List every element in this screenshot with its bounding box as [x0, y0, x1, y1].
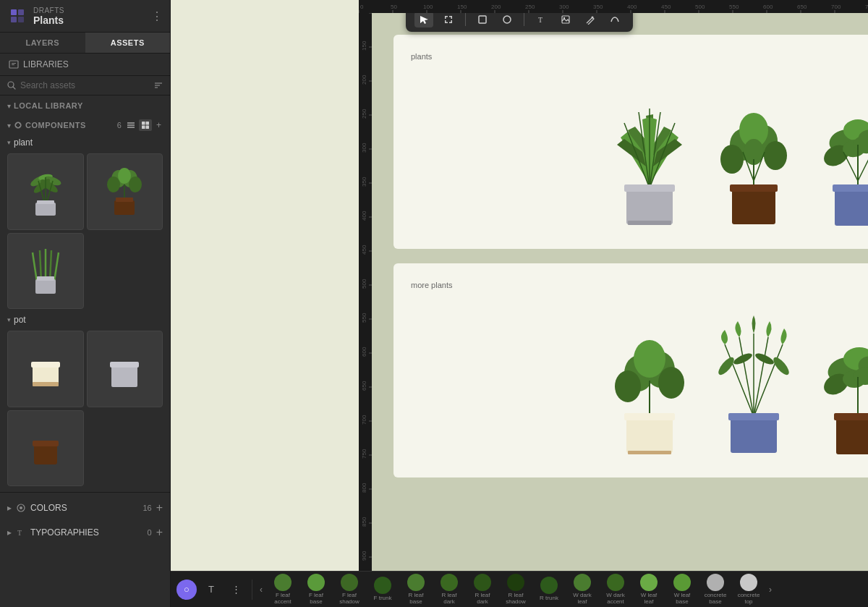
- typographies-count: 0: [148, 528, 152, 537]
- components-chevron[interactable]: ▾: [7, 122, 11, 130]
- plant-item-oval-brown[interactable]: [814, 301, 868, 460]
- rect-tool-btn[interactable]: [473, 12, 492, 27]
- colors-section-row[interactable]: ▸ COLORS 16 +: [0, 496, 170, 520]
- select-tool-btn[interactable]: [414, 12, 433, 27]
- plants-frame: plants: [393, 35, 868, 249]
- color-chip-f-leaf-shadow[interactable]: F leafshadow: [333, 574, 365, 606]
- add-typography-btn[interactable]: +: [156, 526, 163, 539]
- svg-text:0: 0: [360, 4, 364, 10]
- more-plants-frame-title: more plants: [411, 281, 868, 289]
- color-chip-r-trunk[interactable]: R trunk: [533, 577, 565, 602]
- text-tool-btn[interactable]: T: [532, 12, 550, 27]
- svg-rect-45: [37, 276, 54, 281]
- canvas-viewport[interactable]: plants: [372, 13, 868, 571]
- svg-text:600: 600: [763, 4, 773, 10]
- svg-rect-2: [11, 17, 17, 22]
- color-chip-w-leaf-base[interactable]: W leafbase: [666, 574, 698, 606]
- color-chip-f-leaf-base[interactable]: F leafbase: [300, 574, 332, 606]
- toolbar-divider-1: [465, 13, 466, 26]
- add-component-btn[interactable]: +: [155, 119, 163, 132]
- svg-rect-52: [33, 441, 59, 446]
- svg-point-66: [503, 16, 511, 23]
- frame-tool-btn[interactable]: [439, 12, 458, 27]
- list-view-btn[interactable]: [124, 119, 137, 131]
- svg-rect-175: [835, 188, 868, 226]
- svg-point-70: [592, 17, 594, 19]
- color-chip-concrete-top[interactable]: concretetop: [733, 574, 765, 606]
- typographies-section-row[interactable]: ▸ T TYPOGRAPHIES 0 +: [0, 520, 170, 545]
- pot-component-brown[interactable]: [7, 410, 84, 487]
- color-chip-r-leaf-shadow[interactable]: R leafshadow: [500, 574, 532, 606]
- vertical-ruler: 150 200 250 300 350 400 450 500 550 600: [359, 13, 372, 571]
- grid-view-btn[interactable]: [139, 119, 152, 131]
- color-chip-w-leaf-leaf[interactable]: W leafleaf: [633, 574, 665, 606]
- svg-text:500: 500: [361, 279, 367, 289]
- components-count: 6: [117, 121, 122, 130]
- svg-rect-15: [127, 124, 135, 126]
- local-library-chevron[interactable]: ▾: [7, 102, 11, 110]
- color-chip-r-leaf-dark[interactable]: R leafdark: [433, 574, 465, 606]
- svg-line-202: [739, 337, 754, 417]
- svg-rect-51: [34, 444, 57, 464]
- plant-item-round-brown[interactable]: [710, 72, 797, 232]
- plant-component-2[interactable]: [87, 153, 163, 230]
- color-chip-w-dark-accent[interactable]: W darkaccent: [600, 574, 631, 606]
- bottom-tools: ○ T ⋮: [176, 580, 252, 600]
- colors-count: 16: [142, 504, 151, 512]
- color-chip-f-trunk[interactable]: F trunk: [367, 577, 399, 602]
- color-chip-r-leaf-dark2[interactable]: R leafdark: [467, 574, 498, 606]
- svg-text:50: 50: [391, 4, 397, 10]
- more-options-icon[interactable]: ⋮: [151, 9, 163, 23]
- svg-text:200: 200: [491, 4, 501, 10]
- svg-text:700: 700: [361, 415, 367, 425]
- pot-subsection-header[interactable]: ▾ pot: [0, 312, 170, 328]
- bottom-bar-next[interactable]: ›: [766, 585, 775, 595]
- svg-text:650: 650: [361, 381, 367, 391]
- view-toggle: [124, 119, 152, 131]
- svg-rect-163: [732, 188, 775, 224]
- svg-rect-6: [12, 64, 14, 65]
- svg-rect-19: [142, 126, 145, 130]
- svg-rect-151: [626, 188, 673, 224]
- image-tool-btn[interactable]: [556, 12, 575, 27]
- more-tool-bottom[interactable]: ⋮: [226, 580, 246, 600]
- plant-item-fern-blue[interactable]: [710, 301, 797, 460]
- color-chip-r-leaf-base[interactable]: R leafbase: [400, 574, 432, 606]
- circle-tool-btn[interactable]: [498, 12, 516, 27]
- plant-subsection-header[interactable]: ▾ plant: [0, 135, 170, 150]
- tab-layers[interactable]: LAYERS: [0, 33, 85, 53]
- bottom-bar-prev[interactable]: ‹: [257, 585, 265, 595]
- toolbar-divider-2: [524, 13, 524, 26]
- search-input[interactable]: [20, 80, 150, 90]
- svg-point-208: [754, 352, 775, 367]
- plant-component-1[interactable]: [7, 153, 84, 230]
- plant-item-fern-grey[interactable]: [606, 72, 693, 232]
- ellipse-tool-bottom[interactable]: ○: [176, 580, 197, 600]
- plant-item-round-cream[interactable]: [606, 301, 693, 460]
- plant-item-oval-blue[interactable]: [814, 72, 868, 232]
- color-chip-concrete-base[interactable]: concretebase: [699, 574, 731, 606]
- svg-rect-38: [116, 198, 133, 202]
- sidebar-tabs: LAYERS ASSETS: [0, 33, 170, 54]
- libraries-row[interactable]: LIBRARIES: [0, 54, 170, 76]
- svg-line-174: [858, 152, 868, 181]
- pen-tool-btn[interactable]: [581, 12, 600, 27]
- curve-tool-btn[interactable]: [605, 12, 624, 27]
- tab-assets[interactable]: ASSETS: [85, 33, 171, 53]
- add-color-btn[interactable]: +: [156, 501, 163, 514]
- pot-grid: [0, 328, 170, 489]
- plant-component-3[interactable]: [7, 233, 84, 310]
- svg-text:300: 300: [559, 4, 569, 10]
- svg-point-196: [658, 367, 684, 399]
- pot-component-cream[interactable]: [7, 331, 84, 407]
- local-library-header: ▾ LOCAL LIBRARY: [0, 95, 170, 113]
- svg-rect-65: [479, 16, 486, 23]
- text-tool-bottom[interactable]: T: [201, 580, 221, 600]
- sort-icon[interactable]: [154, 81, 163, 90]
- project-name: Plants: [33, 14, 145, 26]
- local-library-label: LOCAL LIBRARY: [14, 101, 163, 110]
- color-chip-w-dark-leaf[interactable]: W darkleaf: [566, 574, 598, 606]
- pot-component-grey[interactable]: [87, 331, 163, 407]
- typographies-label: TYPOGRAPHIES: [30, 527, 143, 538]
- color-chip-f-leaf-accent[interactable]: F leafaccent: [267, 574, 299, 606]
